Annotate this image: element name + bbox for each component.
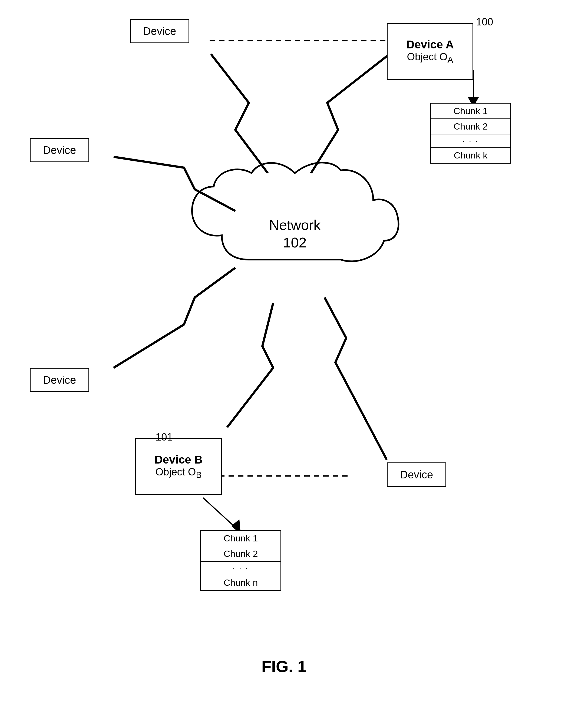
device-left-label: Device [43, 144, 76, 156]
chunk-a-2: Chunk 2 [431, 119, 510, 135]
device-b-object: Object OB [155, 466, 202, 480]
chunk-b-n: Chunk n [201, 575, 281, 590]
device-b-box: Device B Object OB [135, 438, 222, 495]
device-bottom-right-label: Device [400, 469, 433, 481]
device-bottom-left: Device [30, 368, 89, 392]
chunk-a-1: Chunk 1 [431, 104, 510, 119]
chunk-b-1: Chunk 1 [201, 531, 281, 546]
chunk-stack-b: Chunk 1 Chunk 2 · · · Chunk n [200, 530, 281, 591]
chunk-a-dots: · · · [431, 135, 510, 148]
chunk-b-dots: · · · [201, 562, 281, 575]
device-b-label: Device B [154, 453, 202, 466]
svg-text:Network: Network [269, 217, 321, 233]
device-top-label: Device [143, 25, 176, 37]
device-a-object: Object OA [407, 51, 453, 65]
network-cloud: Network 102 [189, 151, 400, 304]
chunk-stack-a: Chunk 1 Chunk 2 · · · Chunk k [430, 103, 511, 164]
device-b-number: 101 [155, 431, 173, 443]
figure-label: FIG. 1 [216, 657, 352, 676]
device-top: Device [130, 19, 189, 43]
device-a-number: 100 [476, 16, 493, 28]
diagram-lines [0, 0, 588, 676]
device-a-box: Device A Object OA [387, 23, 473, 80]
device-left: Device [30, 138, 89, 162]
device-bottom-right: Device [387, 463, 446, 487]
chunk-b-2: Chunk 2 [201, 546, 281, 562]
svg-text:102: 102 [283, 235, 307, 250]
device-a-label: Device A [406, 38, 454, 51]
device-bottom-left-label: Device [43, 374, 76, 386]
chunk-a-k: Chunk k [431, 148, 510, 163]
svg-line-4 [203, 498, 235, 527]
diagram: Device Device A Object OA 100 Device Net… [0, 0, 588, 676]
cloud-svg: Network 102 [189, 151, 400, 303]
